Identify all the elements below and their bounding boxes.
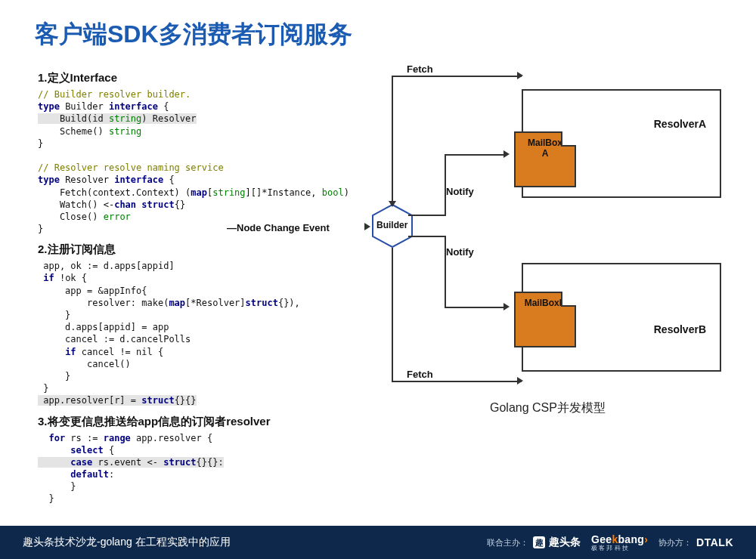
code-block-1: // Builder resolver builder. type Builde…	[38, 88, 370, 235]
notify-b-label: Notify	[446, 246, 474, 258]
diagram-caption: Golang CSP并发模型	[490, 400, 606, 416]
fold-icon	[561, 131, 576, 147]
resolver-a-box: ResolverA MailBoxA	[522, 89, 721, 198]
section-3-heading: 3.将变更信息推送给app信息的订阅者resolver	[38, 415, 370, 429]
resolver-b-box: ResolverB MailBoxB	[522, 263, 721, 372]
code-block-2: app, ok := d.apps[appid] if !ok { app = …	[38, 260, 370, 406]
host-label: 联合主办：	[487, 537, 528, 548]
qutoutiao-brand: 趣趣头条	[533, 536, 581, 549]
resolver-b-label: ResolverB	[654, 323, 706, 335]
node-change-event-label: —Node Change Event	[227, 222, 330, 233]
notify-a-label: Notify	[446, 186, 474, 197]
builder-label: Builder	[376, 220, 407, 230]
section-2-heading: 2.注册订阅信息	[38, 242, 370, 257]
coop-label: 协办方：	[658, 537, 692, 548]
fetch-top-label: Fetch	[407, 63, 433, 75]
page-title: 客户端SDK多消费者订阅服务	[35, 18, 352, 51]
mailbox-b: MailBoxB	[514, 292, 576, 347]
footer-bar: 趣头条技术沙龙-golang 在工程实践中的应用 联合主办： 趣趣头条 Geek…	[0, 526, 756, 559]
footer-text: 趣头条技术沙龙-golang 在工程实践中的应用	[23, 536, 476, 549]
resolver-a-label: ResolverA	[654, 118, 706, 130]
code-block-3: for rs := range app.resolver { select { …	[38, 432, 370, 505]
geekbang-brand: Geekbang› 极 客 邦 科 技	[591, 533, 648, 552]
dtalk-brand: DTALK	[696, 536, 733, 548]
fetch-bottom-label: Fetch	[407, 369, 433, 380]
section-1-heading: 1.定义Interface	[38, 71, 370, 85]
qutoutiao-icon: 趣	[533, 536, 545, 548]
mailbox-a: MailBoxA	[514, 131, 576, 187]
fold-icon	[561, 292, 576, 307]
diagram: —Node Change Event Builder Fetch Fetch N…	[363, 66, 741, 391]
left-column: 1.定义Interface // Builder resolver builde…	[38, 68, 370, 513]
